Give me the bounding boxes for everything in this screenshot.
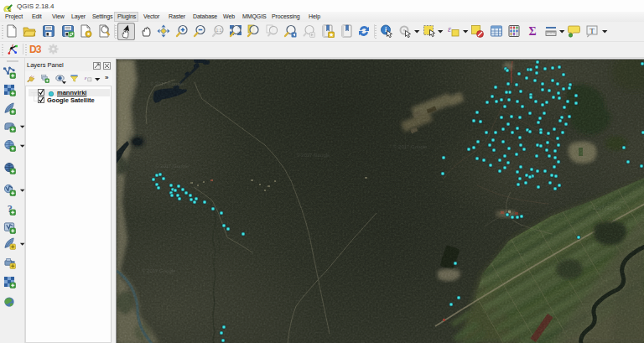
svg-text:© 2017 Google: © 2017 Google [393, 144, 428, 149]
svg-text:© 2017 Google: © 2017 Google [142, 268, 176, 273]
svg-text:Σ: Σ [528, 25, 536, 38]
svg-text:ε: ε [85, 75, 87, 81]
svg-text:T: T [589, 27, 595, 35]
svg-text:ε: ε [448, 24, 451, 34]
svg-text:D3: D3 [29, 44, 41, 55]
svg-text:© 2017 Google: © 2017 Google [150, 81, 184, 86]
svg-text:1:1: 1:1 [216, 28, 222, 33]
svg-text:© 2017 Google: © 2017 Google [588, 205, 622, 210]
svg-text:© 2017 Google: © 2017 Google [296, 153, 330, 158]
svg-text:© 2017 Google: © 2017 Google [155, 164, 190, 169]
